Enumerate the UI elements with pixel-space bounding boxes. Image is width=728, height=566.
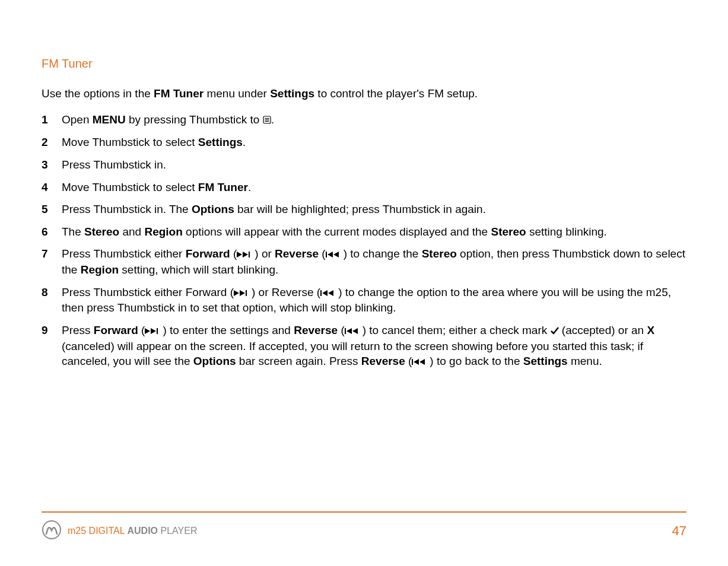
text: . bbox=[243, 136, 246, 148]
text-bold: Reverse bbox=[361, 355, 405, 367]
text-bold: Stereo bbox=[491, 225, 526, 238]
text: menu under bbox=[204, 87, 270, 100]
text: Press Thumbstick in. bbox=[62, 158, 166, 171]
text: ) to enter the settings and bbox=[163, 324, 294, 336]
list-item: The Stereo and Region options will appea… bbox=[42, 224, 686, 240]
text: ( bbox=[138, 324, 145, 336]
text-bold: X bbox=[647, 324, 654, 336]
footer-bold: AUDIO bbox=[127, 526, 158, 536]
text: ) or bbox=[255, 247, 275, 260]
text-bold: Settings bbox=[270, 87, 314, 100]
svg-rect-12 bbox=[246, 290, 247, 296]
list-item: Press Thumbstick either Forward ( ) or R… bbox=[42, 246, 686, 277]
text: bar screen again. Press bbox=[236, 355, 361, 367]
text: ( bbox=[405, 355, 412, 367]
text-bold: Reverse bbox=[294, 324, 338, 336]
forward-icon bbox=[237, 247, 255, 262]
text: setting blinking. bbox=[526, 225, 607, 238]
text: ( bbox=[319, 247, 326, 260]
list-item: Move Thumbstick to select FM Tuner. bbox=[42, 180, 686, 195]
text: Open bbox=[62, 113, 93, 126]
footer-row: m25 DIGITAL AUDIO PLAYER 47 bbox=[42, 520, 686, 542]
section-heading: FM Tuner bbox=[42, 57, 686, 71]
svg-marker-17 bbox=[151, 328, 156, 334]
svg-marker-16 bbox=[145, 328, 150, 334]
menu-icon bbox=[263, 113, 271, 128]
svg-rect-19 bbox=[345, 328, 346, 334]
svg-rect-13 bbox=[320, 290, 322, 296]
text-bold: Forward bbox=[94, 324, 138, 336]
list-item: Press Thumbstick in. bbox=[42, 157, 686, 173]
text-bold: Forward bbox=[186, 247, 230, 260]
list-item: Press Thumbstick in. The Options bar wil… bbox=[42, 202, 686, 217]
text-bold: Settings bbox=[198, 136, 243, 148]
svg-marker-20 bbox=[346, 328, 352, 334]
forward-icon bbox=[234, 285, 252, 301]
reverse-icon bbox=[345, 323, 363, 339]
svg-rect-6 bbox=[249, 252, 250, 257]
checkmark-icon bbox=[551, 323, 559, 339]
reverse-icon bbox=[320, 285, 338, 301]
text: to control the player's FM setup. bbox=[314, 87, 478, 100]
footer-text: m25 DIGITAL AUDIO PLAYER bbox=[68, 526, 197, 536]
text: menu. bbox=[568, 355, 602, 367]
text: . bbox=[248, 181, 251, 193]
page-footer: m25 DIGITAL AUDIO PLAYER 47 bbox=[42, 511, 686, 542]
svg-marker-24 bbox=[419, 359, 425, 365]
page-number: 47 bbox=[672, 523, 686, 539]
svg-rect-18 bbox=[157, 328, 158, 334]
steps-list: Open MENU by pressing Thumbstick to . Mo… bbox=[42, 112, 686, 377]
text: ( bbox=[230, 247, 237, 260]
svg-rect-22 bbox=[412, 359, 413, 365]
text: options will appear with the current mod… bbox=[183, 225, 491, 238]
footer-prefix: m25 DIGITAL bbox=[68, 526, 127, 536]
svg-marker-9 bbox=[333, 252, 339, 257]
text: ( bbox=[338, 324, 345, 336]
text-bold: FM Tuner bbox=[198, 181, 248, 193]
text: ) to change the bbox=[344, 247, 422, 260]
text-bold: FM Tuner bbox=[154, 87, 204, 100]
text: ) or Reverse ( bbox=[252, 286, 320, 298]
svg-marker-21 bbox=[352, 328, 358, 334]
text: ) to cancel them; either a check mark bbox=[363, 324, 551, 336]
text: Press Thumbstick in. The bbox=[62, 203, 192, 215]
text-bold: Stereo bbox=[84, 225, 119, 238]
text: setting, which will start blinking. bbox=[119, 263, 278, 276]
svg-marker-11 bbox=[240, 290, 245, 296]
text: Press Thumbstick either bbox=[62, 247, 186, 260]
text: Move Thumbstick to select bbox=[62, 181, 198, 193]
list-item: Press Thumbstick either Forward ( ) or R… bbox=[42, 285, 686, 316]
text: and bbox=[119, 225, 144, 238]
footer-left: m25 DIGITAL AUDIO PLAYER bbox=[42, 520, 197, 542]
svg-marker-5 bbox=[243, 252, 248, 257]
svg-marker-8 bbox=[328, 252, 333, 257]
text-bold: Region bbox=[144, 225, 182, 238]
reverse-icon bbox=[326, 247, 344, 262]
text: Press Thumbstick either Forward ( bbox=[62, 286, 234, 298]
text-bold: Options bbox=[193, 355, 236, 367]
forward-icon bbox=[145, 323, 163, 339]
list-item: Move Thumbstick to select Settings. bbox=[42, 135, 686, 150]
svg-rect-7 bbox=[326, 252, 327, 257]
list-item: Open MENU by pressing Thumbstick to . bbox=[42, 112, 686, 128]
svg-marker-4 bbox=[237, 252, 242, 257]
text: (accepted) or an bbox=[559, 324, 647, 336]
footer-suffix: PLAYER bbox=[158, 526, 197, 536]
svg-marker-10 bbox=[234, 290, 239, 296]
intro-paragraph: Use the options in the FM Tuner menu und… bbox=[42, 86, 686, 101]
text: by pressing Thumbstick to bbox=[126, 113, 263, 126]
text: . bbox=[271, 113, 274, 126]
text-bold: Region bbox=[81, 263, 119, 276]
brand-logo-icon bbox=[42, 520, 62, 542]
text-bold: Settings bbox=[523, 355, 568, 367]
svg-marker-15 bbox=[328, 290, 333, 296]
text-bold: Options bbox=[192, 203, 234, 215]
text: Move Thumbstick to select bbox=[62, 136, 198, 148]
text: bar will be highlighted; press Thumbstic… bbox=[234, 203, 486, 215]
svg-marker-23 bbox=[414, 359, 419, 365]
text-bold: Reverse bbox=[275, 247, 319, 260]
text: Press bbox=[62, 324, 94, 336]
list-item: Press Forward ( ) to enter the settings … bbox=[42, 323, 686, 370]
text: The bbox=[62, 225, 84, 238]
reverse-icon bbox=[412, 354, 430, 370]
